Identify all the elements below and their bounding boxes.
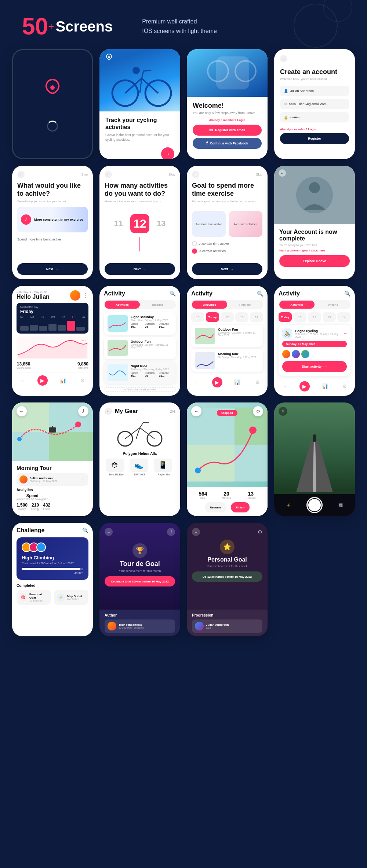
- goal-card-1[interactable]: ✓ More consistent in my exercise: [17, 207, 88, 232]
- activity-card-2[interactable]: Outdoor Fun Scheduled · 25.5km · Sunday,…: [104, 337, 176, 359]
- onboard2-back[interactable]: ←: [105, 171, 112, 178]
- tour-back-button[interactable]: ←: [105, 528, 113, 536]
- date3-today[interactable]: Today: [279, 312, 292, 322]
- personal-goal-back-button[interactable]: ←: [192, 528, 200, 536]
- date-12[interactable]: 12: [221, 312, 234, 322]
- next-button-2[interactable]: Next →: [105, 263, 175, 275]
- map-share-button[interactable]: ⤴: [78, 406, 88, 416]
- date-13[interactable]: 13: [235, 312, 248, 322]
- date3-13[interactable]: 13: [323, 312, 336, 322]
- activity-search-icon[interactable]: 🔍: [170, 291, 176, 297]
- create-subtitle: Welcome back, you've been missed!: [280, 77, 349, 81]
- gear-helmet[interactable]: ⛑ Sena R1 Evo: [106, 459, 126, 476]
- comp-icon-1: 🎯: [19, 593, 27, 602]
- date3-12[interactable]: 12: [308, 312, 321, 322]
- skip-button-3[interactable]: Skip: [256, 173, 262, 176]
- skip-button-2[interactable]: Skip: [168, 173, 175, 176]
- phone-create-account: ← Create an account Welcome back, you've…: [274, 49, 355, 159]
- tracking-back-button[interactable]: ←: [191, 406, 201, 416]
- radio-option-1[interactable]: A certain time active: [192, 241, 262, 246]
- tab-timeline[interactable]: Timeline: [140, 301, 175, 309]
- active-day-label: Most active day: [20, 306, 85, 308]
- progression-card[interactable]: Julian Anderson 5/12: [192, 619, 262, 633]
- tab2-timeline[interactable]: Timeline: [227, 301, 262, 309]
- resume-button[interactable]: Resume: [205, 502, 226, 512]
- activity2-card-2[interactable]: Morning tour 8h Group · Thursday, 8 May …: [191, 349, 263, 372]
- activity-card-3[interactable]: Night Ride 8h Group · Thursday, 8 May 20…: [104, 361, 176, 384]
- gear-device[interactable]: 📱 Raptor Go: [154, 459, 174, 476]
- activity-stats-3: Speed 56... Duration 90 Distance 63...: [131, 372, 172, 378]
- add-activity-button[interactable]: + Add scheduled activity: [104, 387, 176, 391]
- create-back-button[interactable]: ←: [280, 55, 287, 62]
- completed-item-2[interactable]: ⚡ May Sprint 8 activities: [54, 590, 88, 605]
- camera-mode-icon[interactable]: ⚡: [286, 503, 291, 507]
- author-more[interactable]: ⋮: [80, 477, 86, 482]
- next-button-3[interactable]: Next →: [192, 263, 262, 275]
- tab3-activities[interactable]: Activities: [279, 301, 315, 309]
- start-activity-button[interactable]: Start activity →: [282, 361, 347, 372]
- complete-back-button[interactable]: ←: [279, 169, 286, 177]
- nav-home-icon[interactable]: ⌂: [17, 375, 28, 386]
- camera-flip-icon[interactable]: 🔄: [338, 503, 343, 507]
- date3-11[interactable]: 11: [293, 312, 306, 322]
- welcome-title: Welcome!: [193, 102, 262, 110]
- activity2-search-icon[interactable]: 🔍: [257, 291, 263, 297]
- track-logo: [105, 53, 113, 63]
- date-tabs: 10 Today 12 13 14: [191, 312, 263, 322]
- gear-title: My Gear: [115, 408, 138, 415]
- dashboard-more-button[interactable]: ⋮: [83, 292, 88, 299]
- tab-activities[interactable]: Activities: [105, 301, 140, 309]
- date-14[interactable]: 14: [250, 312, 263, 322]
- name-input-field[interactable]: 👤 Julian Anderson: [280, 86, 349, 96]
- gear-back-button[interactable]: ←: [105, 408, 112, 415]
- radio-option-2[interactable]: A certain activities: [192, 249, 262, 254]
- date-10[interactable]: 10: [191, 312, 204, 322]
- onboard3-back[interactable]: ←: [192, 171, 199, 178]
- activity2-card-1[interactable]: Outdoor Fun Scheduled · 25.5km · Sunday,…: [191, 325, 263, 347]
- onboard1-back[interactable]: ←: [17, 171, 25, 178]
- bogor-cycling-card[interactable]: 🚴 Bogor Cycling Scheduled · 25.5km · Sun…: [279, 325, 350, 376]
- svg-point-28: [195, 468, 201, 474]
- date-today[interactable]: Today: [206, 312, 219, 322]
- challenge-search-icon[interactable]: 🔍: [82, 527, 88, 533]
- tour-cta-button[interactable]: Cycling a total 100km before 30 May 2022: [105, 576, 175, 586]
- tab2-activities[interactable]: Activities: [192, 301, 227, 309]
- finish-button[interactable]: Finish: [231, 502, 250, 512]
- track-next-button[interactable]: →: [161, 147, 174, 159]
- date3-14[interactable]: 14: [337, 312, 350, 322]
- challenge-card[interactable]: High Climbing Climb a total 4200m before…: [17, 537, 88, 580]
- map-back-button[interactable]: ←: [17, 406, 27, 416]
- nav-stats-icon[interactable]: 📊: [58, 375, 68, 386]
- tab3-timeline[interactable]: Timeline: [315, 301, 350, 309]
- tour-share-button[interactable]: ⤴: [167, 528, 175, 536]
- goal-option-1[interactable]: A certain time active: [192, 211, 226, 237]
- personal-goal-settings-icon[interactable]: ⚙: [258, 529, 262, 535]
- activity-card-1[interactable]: Fight Saturday 86m · 4km · Friday, 11 Ma…: [104, 312, 176, 335]
- duration-stat-3: Duration 90: [145, 372, 156, 378]
- password-input-field[interactable]: 🔒 ••••••••: [280, 112, 349, 122]
- dashboard-date: Saturday, 11 May 2022: [17, 290, 50, 294]
- author-name: Tour d'Indonesia: [119, 623, 144, 626]
- skip-button[interactable]: Skip: [81, 173, 88, 176]
- tracking-settings-icon[interactable]: ⚙: [253, 406, 263, 416]
- camera-capture-button[interactable]: [306, 497, 323, 513]
- next-button-1[interactable]: Next →: [17, 263, 88, 275]
- email-input-field[interactable]: ✉ hello.julian24@email.com: [280, 99, 349, 109]
- author-card[interactable]: Tour d'Indonesia 30 1000Km · 56 riders: [105, 619, 175, 633]
- gear-shoes[interactable]: 👟 DMT AKS: [130, 459, 150, 476]
- register-email-button[interactable]: ✉ Register with email: [193, 125, 262, 136]
- goal-item-2[interactable]: Spend more time being active: [17, 235, 88, 243]
- personal-goal-cta[interactable]: Do 12 activities before 18 May 2022: [192, 571, 262, 582]
- goal-option-2[interactable]: A certain activities: [229, 211, 262, 237]
- register-button[interactable]: Register: [280, 133, 349, 144]
- activity3-search-icon[interactable]: 🔍: [344, 291, 350, 297]
- camera-close-button[interactable]: ✕: [279, 407, 287, 416]
- nav-settings-icon[interactable]: ⚙: [78, 375, 88, 386]
- nav-activity-icon[interactable]: ▶: [37, 375, 48, 386]
- edit-icon[interactable]: ✏: [344, 332, 347, 336]
- complete-title: Your Account is now complete: [279, 229, 350, 242]
- completed-item-1[interactable]: 🎯 Personal Goal 12 activities: [17, 590, 51, 605]
- onboard2-title: How many activities do you want to do?: [105, 182, 175, 198]
- facebook-login-button[interactable]: f Continue with Facebook: [193, 138, 262, 149]
- explore-button[interactable]: Explore Goovo: [279, 255, 350, 267]
